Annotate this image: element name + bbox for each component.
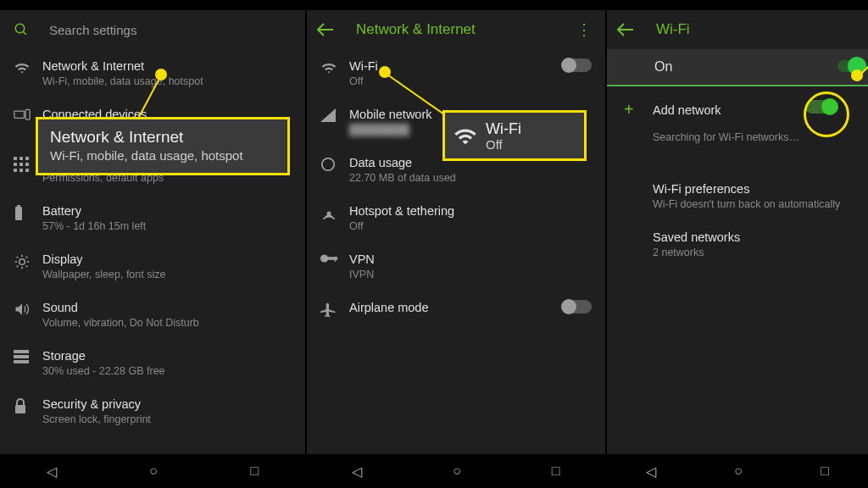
overflow-menu-icon[interactable]: ⋮	[576, 20, 595, 39]
callout-subtitle: Off	[486, 137, 521, 152]
svg-rect-6	[25, 157, 29, 160]
item-title: Hotspot & tethering	[349, 203, 592, 219]
svg-rect-19	[15, 405, 25, 413]
item-subtitle: 2 networks	[653, 246, 854, 259]
item-title: VPN	[349, 252, 592, 267]
item-subtitle: Wallpaper, sleep, font size	[42, 268, 292, 281]
header-row: Wi-Fi	[607, 10, 868, 49]
wifi-preferences-row[interactable]: Wi-Fi preferences Wi-Fi doesn't turn bac…	[607, 172, 868, 220]
item-subtitle: Wi-Fi doesn't turn back on automatically	[653, 197, 854, 211]
battery-icon	[14, 203, 42, 222]
nav-recents-icon[interactable]: □	[251, 463, 259, 479]
plus-icon: +	[624, 100, 653, 119]
svg-rect-24	[335, 257, 337, 262]
item-subtitle: Volume, vibration, Do Not Disturb	[42, 316, 292, 330]
add-network-label: Add network	[653, 103, 721, 117]
item-subtitle: IVPN	[349, 268, 592, 281]
nav-home-icon[interactable]: ○	[453, 463, 461, 479]
svg-point-0	[15, 24, 25, 33]
wifi-on-label: On	[654, 59, 672, 75]
wifi-icon	[14, 58, 42, 74]
item-title: Saved networks	[653, 230, 854, 245]
android-nav-bar: ◁ ○ □	[0, 454, 305, 488]
data-usage-icon	[320, 155, 349, 172]
airplane-toggle[interactable]	[563, 300, 592, 313]
svg-point-21	[327, 212, 330, 214]
settings-item-battery[interactable]: Battery 57% - 1d 16h 15m left	[0, 194, 305, 242]
annotation-callout-network: Network & Internet Wi-Fi, mobile, data u…	[36, 117, 290, 175]
search-settings-row[interactable]: Search settings	[0, 10, 305, 49]
svg-rect-16	[14, 350, 29, 353]
item-subtitle: 22.70 MB of data used	[349, 171, 592, 185]
wifi-on-row[interactable]: On	[607, 49, 868, 85]
nav-home-icon[interactable]: ○	[734, 463, 743, 479]
item-subtitle: Screen lock, fingerprint	[42, 413, 292, 426]
back-icon[interactable]	[617, 23, 641, 36]
network-item-hotspot[interactable]: Hotspot & tethering Off	[307, 194, 605, 242]
svg-rect-9	[25, 163, 29, 166]
wifi-panel: Wi-Fi On + Add network Searching for Wi-…	[607, 0, 868, 488]
network-item-vpn[interactable]: VPN IVPN	[307, 242, 605, 291]
search-placeholder: Search settings	[49, 23, 136, 37]
saved-networks-row[interactable]: Saved networks 2 networks	[607, 220, 868, 269]
svg-rect-12	[25, 169, 29, 172]
item-subtitle: Wi-Fi, mobile, data usage, hotspot	[42, 75, 292, 88]
android-nav-bar: ◁ ○ □	[607, 454, 868, 488]
hotspot-icon	[320, 203, 349, 222]
airplane-icon	[320, 300, 349, 319]
nav-home-icon[interactable]: ○	[149, 463, 158, 479]
display-icon	[14, 252, 42, 270]
search-icon	[14, 22, 29, 37]
settings-item-display[interactable]: Display Wallpaper, sleep, font size	[0, 242, 305, 291]
svg-rect-8	[19, 163, 23, 166]
svg-point-15	[19, 259, 25, 265]
storage-icon	[14, 348, 42, 363]
back-icon[interactable]	[317, 23, 341, 36]
svg-rect-4	[14, 157, 17, 160]
annotation-circle	[804, 92, 849, 137]
svg-point-20	[322, 158, 334, 170]
callout-title: Wi-Fi	[486, 120, 521, 137]
svg-rect-3	[25, 109, 30, 119]
nav-back-icon[interactable]: ◁	[646, 463, 656, 480]
settings-item-security[interactable]: Security & privacy Screen lock, fingerpr…	[0, 387, 305, 435]
item-title: Wi-Fi preferences	[653, 181, 854, 197]
item-title: Display	[42, 252, 292, 267]
nav-recents-icon[interactable]: □	[552, 463, 560, 479]
nav-back-icon[interactable]: ◁	[47, 463, 57, 480]
item-subtitle: 57% - 1d 16h 15m left	[42, 219, 292, 233]
item-title: Airplane mode	[349, 300, 563, 315]
callout-title: Network & Internet	[50, 128, 275, 147]
svg-line-1	[23, 31, 26, 35]
network-item-airplane[interactable]: Airplane mode	[307, 291, 605, 328]
svg-rect-10	[14, 169, 17, 172]
svg-rect-17	[14, 355, 29, 358]
network-item-wifi[interactable]: Wi-Fi Off	[307, 49, 605, 97]
annotation-dot	[155, 69, 167, 80]
settings-root-panel: Search settings Network & Internet Wi-Fi…	[0, 0, 305, 488]
network-internet-panel: Network & Internet ⋮ Wi-Fi Off Mobile ne…	[307, 0, 605, 488]
item-title: Sound	[42, 300, 292, 315]
svg-rect-11	[19, 169, 23, 172]
nav-recents-icon[interactable]: □	[821, 463, 829, 479]
wifi-icon	[320, 58, 349, 74]
svg-rect-7	[14, 163, 17, 166]
wifi-icon	[453, 126, 477, 145]
item-title: Storage	[42, 348, 292, 363]
sound-icon	[14, 300, 42, 317]
item-subtitle: 30% used - 22.28 GB free	[42, 364, 292, 378]
android-nav-bar: ◁ ○ □	[307, 454, 605, 488]
svg-rect-18	[14, 360, 29, 363]
callout-subtitle: Wi-Fi, mobile, data usage, hotspot	[50, 148, 275, 163]
wifi-toggle[interactable]	[563, 58, 592, 72]
item-subtitle: Off	[349, 219, 592, 233]
settings-item-storage[interactable]: Storage 30% used - 22.28 GB free	[0, 339, 305, 387]
signal-icon	[320, 107, 349, 122]
status-bar	[607, 0, 868, 10]
svg-rect-13	[15, 207, 22, 220]
lock-icon	[14, 396, 42, 415]
svg-rect-2	[14, 111, 25, 118]
settings-item-sound[interactable]: Sound Volume, vibration, Do Not Disturb	[0, 291, 305, 339]
nav-back-icon[interactable]: ◁	[352, 463, 362, 480]
svg-rect-14	[17, 205, 20, 207]
